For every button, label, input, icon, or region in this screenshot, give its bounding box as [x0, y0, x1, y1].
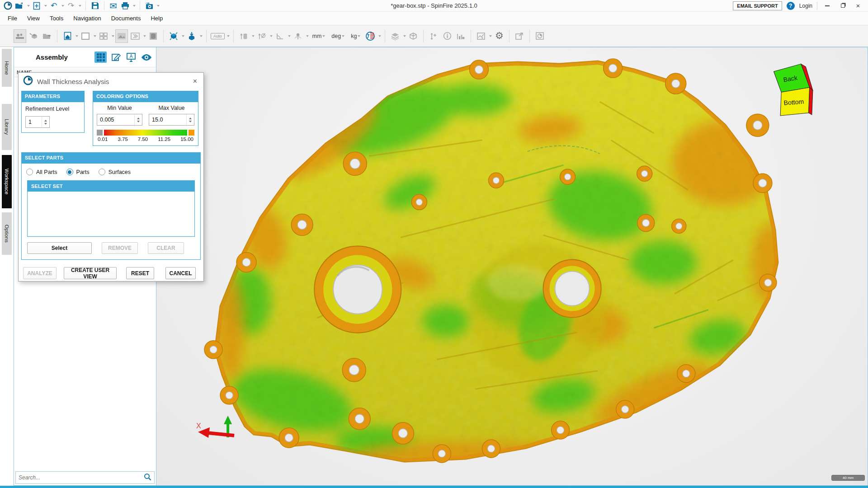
menu-file[interactable]: File — [3, 12, 22, 25]
angle-icon[interactable] — [274, 29, 286, 43]
folder-model-icon[interactable] — [41, 29, 53, 43]
menu-tools[interactable]: Tools — [45, 12, 68, 25]
login-button[interactable]: Login — [799, 3, 812, 9]
unit-length-dropdown[interactable]: mm — [310, 33, 328, 39]
snapshot-camera-button[interactable] — [144, 1, 154, 11]
chevron-down-icon[interactable] — [252, 35, 255, 37]
search-icon[interactable] — [144, 473, 151, 483]
image-icon[interactable] — [115, 29, 128, 43]
up-diameter-icon[interactable] — [255, 29, 268, 43]
menu-documents[interactable]: Documents — [106, 12, 146, 25]
border-style-icon[interactable] — [79, 29, 92, 43]
tab-options[interactable]: Options — [2, 212, 12, 255]
viewport-3d[interactable]: X Back Bottom 40 mm — [156, 47, 868, 486]
workbench-icon[interactable] — [14, 29, 26, 43]
print-button[interactable] — [120, 1, 130, 11]
create-user-view-button[interactable]: CREATE USER VIEW — [64, 267, 117, 279]
chevrons-icon[interactable] — [129, 29, 142, 43]
spin-down-icon[interactable] — [44, 123, 47, 125]
spin-up-icon[interactable] — [189, 117, 192, 119]
chevron-down-icon[interactable] — [143, 35, 146, 37]
chevron-down-icon[interactable] — [306, 35, 309, 37]
min-value-input[interactable] — [97, 117, 134, 123]
spin-down-icon[interactable] — [137, 121, 140, 122]
restore-button[interactable] — [837, 1, 848, 10]
menu-help[interactable]: Help — [146, 12, 168, 25]
layout-icon[interactable] — [97, 29, 110, 43]
layers-icon[interactable] — [389, 29, 401, 43]
cube-collapse-icon[interactable] — [407, 29, 420, 43]
settings-gear-icon[interactable]: ⚙ — [493, 29, 505, 43]
app-box-icon[interactable] — [533, 29, 546, 43]
email-button[interactable]: ✉ — [108, 1, 118, 11]
up-cylinder-icon[interactable] — [237, 29, 250, 43]
chevron-down-icon[interactable] — [44, 5, 47, 7]
auto-dimension-icon[interactable]: Auto — [210, 29, 225, 43]
email-support-button[interactable]: EMAIL SUPPORT — [733, 1, 782, 10]
orientation-cube[interactable]: Back Bottom — [767, 59, 814, 125]
chevron-down-icon[interactable] — [75, 35, 78, 37]
new-document-button[interactable] — [32, 1, 42, 11]
chevron-down-icon[interactable] — [182, 35, 184, 37]
reset-button[interactable]: RESET — [126, 267, 154, 279]
open-file-button[interactable] — [14, 1, 24, 11]
chevron-down-icon[interactable] — [79, 5, 81, 7]
chevron-down-icon[interactable] — [403, 35, 406, 37]
annotation-board-icon[interactable]: A — [126, 52, 137, 63]
main-bore-left[interactable] — [314, 246, 401, 333]
chevron-down-icon[interactable] — [27, 5, 30, 7]
markup-edit-icon[interactable] — [111, 52, 122, 62]
save-button[interactable] — [90, 1, 100, 11]
radio-parts[interactable]: Parts — [66, 169, 90, 175]
measure-plus-icon[interactable] — [427, 29, 440, 43]
max-value-spinner[interactable] — [149, 114, 194, 126]
dialog-header[interactable]: Wall Thickness Analysis × — [19, 73, 203, 90]
spin-up-icon[interactable] — [137, 117, 140, 119]
radio-surfaces[interactable]: Surfaces — [99, 169, 131, 175]
grid-view-icon[interactable] — [94, 52, 107, 63]
stats-icon[interactable] — [454, 29, 467, 43]
chevron-down-icon[interactable] — [157, 5, 160, 7]
cancel-button[interactable]: CANCEL — [165, 267, 196, 279]
cube-arrows-icon[interactable] — [167, 29, 180, 43]
info-icon[interactable] — [441, 29, 453, 43]
chart-box-icon[interactable] — [475, 29, 487, 43]
radio-all-parts[interactable]: All Parts — [26, 169, 57, 175]
pin-light-icon[interactable] — [292, 29, 304, 43]
box-export-icon[interactable] — [27, 29, 40, 43]
chevron-down-icon[interactable] — [270, 35, 273, 37]
help-icon[interactable]: ? — [787, 2, 795, 10]
locale-globe-icon[interactable] — [364, 29, 377, 43]
redo-button[interactable]: ↷ — [66, 1, 76, 11]
remove-button[interactable]: REMOVE — [102, 242, 138, 254]
menu-navigation[interactable]: Navigation — [68, 12, 106, 25]
clear-button[interactable]: CLEAR — [148, 242, 184, 254]
chevron-down-icon[interactable] — [227, 35, 230, 37]
tab-home[interactable]: Home — [2, 49, 12, 87]
unit-mass-dropdown[interactable]: kg — [348, 33, 363, 39]
select-set-list[interactable] — [28, 192, 194, 236]
render-style-icon[interactable] — [61, 29, 74, 43]
spin-up-icon[interactable] — [44, 120, 47, 122]
analyze-button[interactable]: ANALYZE — [23, 267, 57, 279]
material-bin-icon[interactable] — [147, 29, 160, 43]
dialog-close-icon[interactable]: × — [191, 78, 199, 85]
refinement-level-input[interactable] — [26, 119, 42, 125]
main-bore-right[interactable] — [543, 259, 601, 317]
chevron-down-icon[interactable] — [94, 35, 96, 37]
gearbox-model[interactable]: X — [156, 47, 868, 485]
menu-view[interactable]: View — [22, 12, 45, 25]
min-value-spinner[interactable] — [97, 114, 142, 126]
max-value-input[interactable] — [149, 117, 186, 123]
cube-drop-icon[interactable] — [185, 29, 198, 43]
chevron-down-icon[interactable] — [489, 35, 492, 37]
search-input[interactable] — [19, 474, 144, 481]
spin-down-icon[interactable] — [189, 121, 192, 122]
chevron-down-icon[interactable] — [200, 35, 203, 37]
tab-library[interactable]: Library — [2, 104, 12, 150]
minimize-button[interactable] — [822, 1, 833, 10]
chevron-down-icon[interactable] — [112, 35, 114, 37]
chevron-down-icon[interactable] — [288, 35, 291, 37]
cube-face-bottom-label[interactable]: Bottom — [783, 98, 804, 107]
close-button[interactable]: × — [853, 1, 863, 10]
